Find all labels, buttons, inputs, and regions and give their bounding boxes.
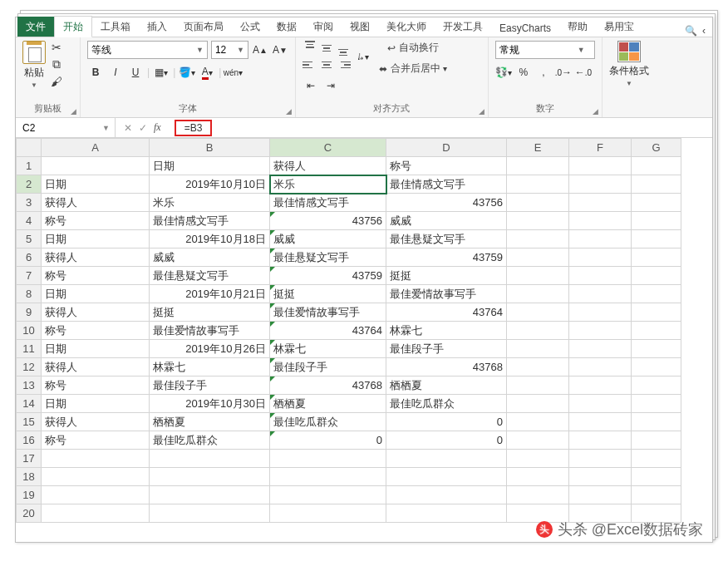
tab-layout[interactable]: 页面布局: [175, 17, 232, 37]
cell-D10[interactable]: 林霖七: [386, 322, 507, 340]
cell-D16[interactable]: 0: [386, 431, 507, 450]
row-header[interactable]: 10: [17, 322, 42, 340]
tab-beautify[interactable]: 美化大师: [378, 17, 435, 37]
cell-D4[interactable]: 威威: [386, 212, 507, 230]
cell-B10[interactable]: 最佳爱情故事写手: [150, 322, 270, 340]
cell-D5[interactable]: 最佳悬疑文写手: [386, 230, 507, 249]
row-header[interactable]: 18: [17, 468, 42, 486]
tab-formulas[interactable]: 公式: [232, 17, 268, 37]
cell-D15[interactable]: 0: [386, 413, 507, 431]
cell-F2[interactable]: [569, 175, 632, 194]
cell-C5[interactable]: 威威: [270, 230, 386, 249]
row-header[interactable]: 6: [17, 249, 42, 267]
cell-D7[interactable]: 挺挺: [386, 267, 507, 285]
insert-function-button[interactable]: fx: [154, 121, 161, 134]
cell-B4[interactable]: 最佳情感文写手: [150, 212, 270, 230]
column-header-G[interactable]: G: [632, 139, 681, 157]
cell-E8[interactable]: [507, 285, 569, 303]
cell-D2[interactable]: 最佳情感文写手: [386, 175, 507, 194]
row-header[interactable]: 15: [17, 413, 42, 431]
increase-decimal-button[interactable]: .0→: [555, 64, 572, 81]
column-header-E[interactable]: E: [507, 139, 569, 157]
cell-D8[interactable]: 最佳爱情故事写手: [386, 285, 507, 303]
fill-color-button[interactable]: 🪣▾: [179, 64, 195, 81]
number-launcher[interactable]: ◢: [593, 107, 598, 116]
cell-C11[interactable]: 林霖七: [270, 340, 386, 358]
row-header[interactable]: 1: [17, 157, 42, 175]
cell-C8[interactable]: 挺挺: [270, 285, 386, 303]
cell-G15[interactable]: [632, 413, 681, 431]
cell-C20[interactable]: [270, 504, 386, 523]
row-header[interactable]: 16: [17, 431, 42, 450]
cell-B3[interactable]: 米乐: [150, 194, 270, 212]
cell-F6[interactable]: [569, 249, 632, 267]
cell-G18[interactable]: [632, 468, 681, 486]
cell-A10[interactable]: 称号: [42, 322, 150, 340]
cell-G13[interactable]: [632, 376, 681, 395]
cell-B19[interactable]: [150, 486, 270, 504]
cell-C10[interactable]: 43764: [270, 322, 386, 340]
cell-F19[interactable]: [569, 486, 632, 504]
cell-B5[interactable]: 2019年10月18日: [150, 230, 270, 249]
copy-button[interactable]: ⧉: [51, 57, 62, 71]
cell-G12[interactable]: [632, 358, 681, 376]
cell-F1[interactable]: [569, 157, 632, 175]
number-format-combo[interactable]: ▼: [495, 41, 595, 59]
cell-A12[interactable]: 获得人: [42, 358, 150, 376]
formula-input[interactable]: =B3: [175, 120, 213, 136]
cell-C13[interactable]: 43768: [270, 376, 386, 395]
bold-button[interactable]: B: [87, 64, 104, 81]
row-header[interactable]: 12: [17, 358, 42, 376]
cell-B12[interactable]: 林霖七: [150, 358, 270, 376]
cell-F9[interactable]: [569, 303, 632, 322]
paste-button[interactable]: 粘贴 ▼: [22, 41, 46, 89]
cell-G8[interactable]: [632, 285, 681, 303]
cell-G14[interactable]: [632, 395, 681, 413]
cell-C7[interactable]: 43759: [270, 267, 386, 285]
row-header[interactable]: 3: [17, 194, 42, 212]
row-header[interactable]: 7: [17, 267, 42, 285]
merge-center-button[interactable]: ⬌合并后居中▾: [379, 62, 447, 76]
orientation-button[interactable]: ⭞▾: [354, 48, 371, 65]
cell-A4[interactable]: 称号: [42, 212, 150, 230]
column-header-A[interactable]: A: [42, 139, 150, 157]
cell-B1[interactable]: 日期: [150, 157, 270, 175]
cell-C2[interactable]: 米乐: [270, 175, 386, 194]
cell-E6[interactable]: [507, 249, 569, 267]
cell-A19[interactable]: [42, 486, 150, 504]
row-header[interactable]: 8: [17, 285, 42, 303]
cell-G17[interactable]: [632, 450, 681, 468]
tab-easycharts[interactable]: EasyCharts: [491, 19, 559, 37]
percent-button[interactable]: %: [515, 64, 532, 81]
cell-D3[interactable]: 43756: [386, 194, 507, 212]
cell-A15[interactable]: 获得人: [42, 413, 150, 431]
cell-C6[interactable]: 最佳悬疑文写手: [270, 249, 386, 267]
cell-D1[interactable]: 称号: [386, 157, 507, 175]
cell-A8[interactable]: 日期: [42, 285, 150, 303]
cell-F18[interactable]: [569, 468, 632, 486]
search-icon[interactable]: 🔍: [685, 25, 697, 37]
cell-B18[interactable]: [150, 468, 270, 486]
tab-home[interactable]: 开始: [54, 16, 92, 37]
cell-E5[interactable]: [507, 230, 569, 249]
cell-F10[interactable]: [569, 322, 632, 340]
cell-B9[interactable]: 挺挺: [150, 303, 270, 322]
cell-D11[interactable]: 最佳段子手: [386, 340, 507, 358]
comma-button[interactable]: ,: [535, 64, 552, 81]
cell-C19[interactable]: [270, 486, 386, 504]
row-header[interactable]: 14: [17, 395, 42, 413]
cell-E16[interactable]: [507, 431, 569, 450]
cell-D18[interactable]: [386, 468, 507, 486]
cell-D13[interactable]: 栖栖夏: [386, 376, 507, 395]
column-header-B[interactable]: B: [150, 139, 270, 157]
cell-G9[interactable]: [632, 303, 681, 322]
cell-G19[interactable]: [632, 486, 681, 504]
cancel-formula-button[interactable]: ✕: [124, 122, 132, 134]
enter-formula-button[interactable]: ✓: [139, 122, 147, 134]
cell-A7[interactable]: 称号: [42, 267, 150, 285]
cell-G16[interactable]: [632, 431, 681, 450]
cell-F4[interactable]: [569, 212, 632, 230]
cell-A3[interactable]: 获得人: [42, 194, 150, 212]
cell-C4[interactable]: 43756: [270, 212, 386, 230]
phonetic-button[interactable]: wén▾: [224, 64, 241, 81]
